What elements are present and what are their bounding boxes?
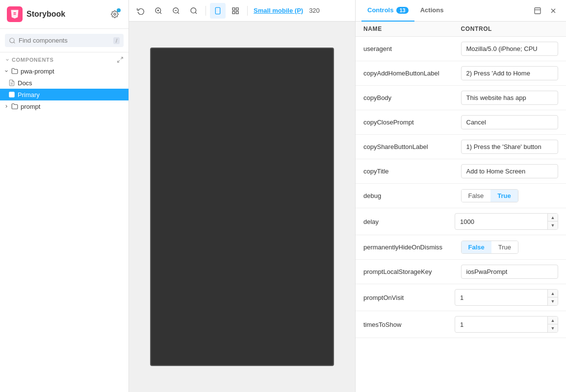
promptOnVisit-up-btn[interactable]: ▲ <box>548 290 558 297</box>
control-name: delay <box>363 218 455 225</box>
control-value: False True <box>461 189 559 202</box>
search-input[interactable] <box>19 37 110 44</box>
svg-rect-23 <box>535 8 540 14</box>
tree-item-pwa-prompt[interactable]: pwa-prompt <box>0 65 129 77</box>
control-name: permanentlyHideOnDismiss <box>363 244 461 251</box>
tree-item-primary[interactable]: Primary <box>0 89 129 100</box>
panel-minimize-button[interactable] <box>531 4 544 18</box>
viewport-size: 320 <box>309 7 320 14</box>
panel-close-button[interactable] <box>546 4 560 18</box>
settings-button[interactable] <box>108 7 122 21</box>
control-value <box>461 164 559 178</box>
control-value: ▲ ▼ <box>455 213 558 230</box>
copyClosePrompt-input[interactable] <box>461 115 559 129</box>
timesToShow-down-btn[interactable]: ▼ <box>548 324 558 332</box>
copyAddHomeButtonLabel-input[interactable] <box>461 66 559 80</box>
control-row-copyShareButtonLabel: copyShareButtonLabel <box>356 135 566 159</box>
search-input-wrap[interactable]: / <box>5 34 124 47</box>
tree-item-label: prompt <box>21 103 40 110</box>
storybook-title: Storybook <box>26 10 104 19</box>
control-value <box>461 66 559 80</box>
component-tree: pwa-prompt Docs <box>0 65 129 112</box>
refresh-button[interactable] <box>133 3 149 19</box>
delay-up-btn[interactable]: ▲ <box>548 214 558 221</box>
settings-badge <box>117 8 121 12</box>
components-section-header: COMPONENTS <box>0 52 129 65</box>
zoom-in-button[interactable] <box>151 3 166 19</box>
control-name: promptOnVisit <box>363 294 455 301</box>
svg-rect-7 <box>9 92 15 98</box>
control-name: timesToShow <box>363 321 455 328</box>
chevron-right-icon <box>4 104 9 109</box>
delay-input[interactable] <box>455 215 547 228</box>
control-row-promptOnVisit: promptOnVisit ▲ ▼ <box>356 284 566 311</box>
timesToShow-input[interactable] <box>455 318 547 331</box>
control-value: ▲ ▼ <box>455 289 558 306</box>
control-name: useragent <box>363 45 461 52</box>
copyTitle-input[interactable] <box>461 164 559 178</box>
svg-line-3 <box>121 57 123 59</box>
svg-rect-22 <box>232 11 235 14</box>
delay-spinners: ▲ ▼ <box>547 214 558 229</box>
copyBody-input[interactable] <box>461 91 559 105</box>
canvas-area: Small mobile (P) 320 <box>129 0 355 392</box>
delay-down-btn[interactable]: ▼ <box>548 221 558 229</box>
viewport-label[interactable]: Small mobile (P) <box>254 7 303 14</box>
timesToShow-up-btn[interactable]: ▲ <box>548 317 558 324</box>
control-value: False True <box>461 241 559 254</box>
tree-item-docs[interactable]: Docs <box>0 77 129 89</box>
promptOnVisit-input[interactable] <box>455 291 547 304</box>
mobile-view-button[interactable] <box>210 3 226 19</box>
zoom-out-button[interactable] <box>168 3 184 19</box>
control-name: debug <box>363 192 461 199</box>
control-name: promptLocalStorageKey <box>363 268 461 275</box>
canvas-toolbar: Small mobile (P) 320 <box>129 0 355 22</box>
control-row-timesToShow: timesToShow ▲ ▼ <box>356 311 566 338</box>
right-panel: Controls 13 Actions <box>355 0 566 392</box>
permanentlyHide-true-btn[interactable]: True <box>491 241 518 253</box>
control-name: copyAddHomeButtonLabel <box>363 70 461 77</box>
timesToShow-input-wrap: ▲ ▼ <box>455 316 558 333</box>
name-column-header: Name <box>363 25 461 32</box>
permanentlyHide-false-btn[interactable]: False <box>462 241 491 253</box>
tab-actions[interactable]: Actions <box>414 0 450 22</box>
control-value <box>461 265 559 279</box>
control-row-copyAddHomeButtonLabel: copyAddHomeButtonLabel <box>356 61 566 86</box>
control-row-copyClosePrompt: copyClosePrompt <box>356 110 566 135</box>
debug-false-btn[interactable]: False <box>462 190 491 202</box>
svg-point-15 <box>191 8 196 13</box>
svg-rect-19 <box>232 8 235 10</box>
control-row-copyTitle: copyTitle <box>356 159 566 184</box>
controls-badge: 13 <box>396 7 408 14</box>
control-value <box>461 115 559 129</box>
zoom-reset-button[interactable] <box>186 3 202 19</box>
toolbar-separator-2 <box>247 6 248 16</box>
svg-point-1 <box>10 38 14 42</box>
tree-item-prompt[interactable]: prompt <box>0 100 129 112</box>
copyShareButtonLabel-input[interactable] <box>461 140 559 154</box>
grid-view-button[interactable] <box>228 3 243 19</box>
control-row-useragent: useragent <box>356 37 566 61</box>
control-row-copyBody: copyBody <box>356 86 566 110</box>
control-value <box>461 42 559 56</box>
sidebar: Storybook / COMP <box>0 0 129 392</box>
timesToShow-spinners: ▲ ▼ <box>547 317 558 332</box>
panel-tabs: Controls 13 Actions <box>356 0 566 22</box>
panel-actions <box>531 4 560 18</box>
promptLocalStorageKey-input[interactable] <box>461 265 559 279</box>
useragent-input[interactable] <box>461 42 559 56</box>
debug-toggle: False True <box>461 189 518 202</box>
tab-controls[interactable]: Controls 13 <box>361 0 414 22</box>
control-name: copyShareButtonLabel <box>363 143 461 150</box>
chevron-down-icon <box>5 57 10 62</box>
canvas-content <box>129 22 355 392</box>
expand-icon[interactable] <box>117 56 124 63</box>
promptOnVisit-down-btn[interactable]: ▼ <box>548 297 558 305</box>
promptOnVisit-input-wrap: ▲ ▼ <box>455 289 558 306</box>
chevron-down-icon <box>4 69 9 74</box>
svg-line-4 <box>118 60 120 62</box>
svg-line-2 <box>14 42 15 43</box>
control-row-promptLocalStorageKey: promptLocalStorageKey <box>356 260 566 284</box>
debug-true-btn[interactable]: True <box>490 190 517 202</box>
promptOnVisit-spinners: ▲ ▼ <box>547 290 558 305</box>
